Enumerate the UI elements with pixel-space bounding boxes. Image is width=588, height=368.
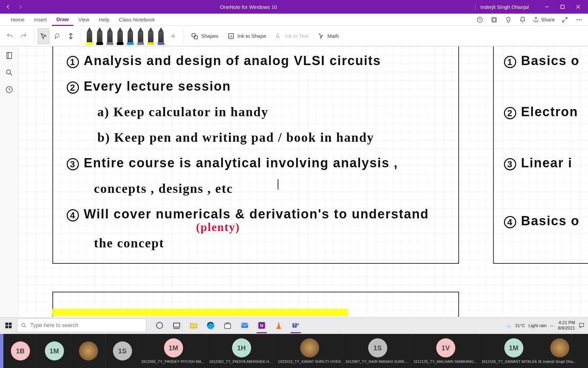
taskbar-search[interactable]: Type here to search xyxy=(17,319,146,332)
file-explorer-icon[interactable] xyxy=(185,317,202,334)
clock[interactable]: 4:21 PM 8/9/2021 xyxy=(558,320,575,331)
participant[interactable]: 1H1812092_TY_PADIYA ABHISHEK HAR... xyxy=(208,334,276,368)
tray-chevron-icon[interactable]: ︿ xyxy=(550,322,554,328)
onenote-taskbar-icon[interactable]: N xyxy=(253,317,270,334)
minimize-button[interactable] xyxy=(539,0,555,14)
taskbar-apps: N T xyxy=(151,317,304,334)
tab-draw[interactable]: Draw xyxy=(52,14,74,26)
notebooks-icon[interactable] xyxy=(5,51,14,60)
windows-taskbar: Type here to search N T 🌧️ 31°C Light ra… xyxy=(0,317,588,334)
notification-icon[interactable] xyxy=(578,322,585,328)
avatar: 1M xyxy=(164,338,183,357)
participant[interactable]: Inderjit Singh Dha... xyxy=(548,334,572,368)
note-text: Electron xyxy=(521,105,578,119)
maximize-button[interactable] xyxy=(555,0,570,14)
participant-name: 1812087_TY_NAIR MANASI SUREND... xyxy=(345,359,410,364)
ink-to-text-icon xyxy=(275,32,282,40)
workspace: 1Analysis and design of analog VLSI circ… xyxy=(0,46,588,317)
svg-point-7 xyxy=(581,19,582,20)
pen-7[interactable] xyxy=(157,27,165,45)
ribbon-right: Share xyxy=(476,16,588,24)
add-pen-button[interactable] xyxy=(167,28,179,44)
dictate-icon[interactable] xyxy=(476,16,484,24)
cortana-icon[interactable] xyxy=(151,317,168,334)
participant[interactable]: 1S xyxy=(105,334,140,368)
back-button[interactable] xyxy=(2,1,14,13)
svg-point-19 xyxy=(22,323,25,326)
weather-desc[interactable]: Light rain xyxy=(528,323,546,328)
start-button[interactable] xyxy=(0,317,17,334)
note-text-red: (plenty) xyxy=(196,221,240,234)
participant-name: 1812096_TY_PANDEY PIYUSH MANOJ xyxy=(141,359,206,364)
pen-3[interactable] xyxy=(116,27,125,45)
svg-rect-16 xyxy=(9,323,12,325)
share-button[interactable]: Share xyxy=(533,17,555,23)
forward-button[interactable] xyxy=(14,1,27,13)
mail-icon[interactable] xyxy=(236,317,253,334)
search-icon[interactable] xyxy=(5,68,14,77)
select-tool[interactable] xyxy=(38,28,49,44)
pen-1[interactable] xyxy=(95,27,104,45)
feed-icon[interactable] xyxy=(490,16,498,24)
lasso-tool[interactable] xyxy=(51,28,63,44)
participant[interactable]: 1922019_TY_KAMAT SHRUTI VIVEK xyxy=(276,334,344,368)
ink-to-shape-button[interactable]: Ink to Shape xyxy=(224,32,270,40)
account-name[interactable]: Inderjit Singh Dhanjal xyxy=(480,4,539,10)
edge-icon[interactable] xyxy=(202,317,219,334)
pen-4[interactable] xyxy=(126,27,135,45)
bell-icon[interactable] xyxy=(519,16,527,24)
more-icon[interactable] xyxy=(575,16,583,24)
note-text: Basics o xyxy=(521,214,579,228)
avatar xyxy=(79,341,98,361)
store-icon[interactable] xyxy=(219,317,236,334)
pen-2[interactable] xyxy=(105,27,114,45)
undo-button[interactable] xyxy=(4,28,16,44)
participant[interactable]: 1B xyxy=(3,334,37,368)
bullet-3: 3 xyxy=(67,158,79,170)
lightbulb-icon[interactable] xyxy=(504,16,512,24)
weather-temp[interactable]: 31°C xyxy=(515,323,525,328)
note-canvas[interactable]: 1Analysis and design of analog VLSI circ… xyxy=(18,46,588,317)
participant[interactable]: 1S1812087_TY_NAIR MANASI SUREND... xyxy=(344,334,412,368)
draw-toolbar: Shapes Ink to Shape Ink to Text Math xyxy=(0,26,588,46)
svg-point-9 xyxy=(192,33,196,37)
svg-point-29 xyxy=(297,323,299,326)
participant[interactable] xyxy=(71,334,105,368)
participant[interactable]: 1M1812096_TY_PANDEY PIYUSH MANOJ xyxy=(140,334,208,368)
close-button[interactable] xyxy=(570,0,586,14)
math-label: Math xyxy=(327,33,339,39)
tab-class-notebook[interactable]: Class Notebook xyxy=(114,14,160,26)
svg-text:T: T xyxy=(293,323,296,327)
recent-icon[interactable] xyxy=(5,85,14,94)
note-text: b) Keep pen and writing pad / book in ha… xyxy=(97,130,374,145)
pen-0[interactable] xyxy=(85,27,94,45)
teams-icon[interactable]: T xyxy=(287,317,304,334)
participant[interactable]: 1V1812125_TY_MALHARI SWARANGEE... xyxy=(412,334,480,368)
ink-to-text-label: Ink to Text xyxy=(285,33,308,39)
bullet-r1: 1 xyxy=(504,56,516,68)
shapes-button[interactable]: Shapes xyxy=(187,32,222,40)
redo-button[interactable] xyxy=(18,28,29,44)
note-container-right: 1Basics o 2Electron 3Linear i 4Basics o xyxy=(493,46,588,264)
fullscreen-icon[interactable] xyxy=(561,16,569,24)
task-view-icon[interactable] xyxy=(168,317,185,334)
tab-help[interactable]: Help xyxy=(94,14,114,26)
weather-icon[interactable]: 🌧️ xyxy=(506,323,512,328)
math-button[interactable]: Math xyxy=(314,32,342,40)
insert-space-tool[interactable] xyxy=(65,28,77,44)
participant[interactable]: 1M xyxy=(37,334,71,368)
note-text: Basics o xyxy=(521,53,579,68)
avatar: 1S xyxy=(113,341,132,361)
svg-rect-12 xyxy=(7,52,12,59)
tab-insert[interactable]: Insert xyxy=(29,14,52,26)
avatar: 1V xyxy=(436,338,455,357)
tab-home[interactable]: Home xyxy=(6,14,29,26)
vlc-icon[interactable] xyxy=(270,317,287,334)
search-icon xyxy=(21,322,27,328)
pen-6[interactable] xyxy=(146,27,155,45)
tab-view[interactable]: View xyxy=(74,14,94,26)
time-text: 4:21 PM xyxy=(558,320,575,325)
pen-5[interactable] xyxy=(136,27,145,45)
participant[interactable]: 1M1812105_TY_SAWANT MITALEE MAH... xyxy=(480,334,548,368)
note-text: concepts , designs , etc xyxy=(94,181,233,196)
